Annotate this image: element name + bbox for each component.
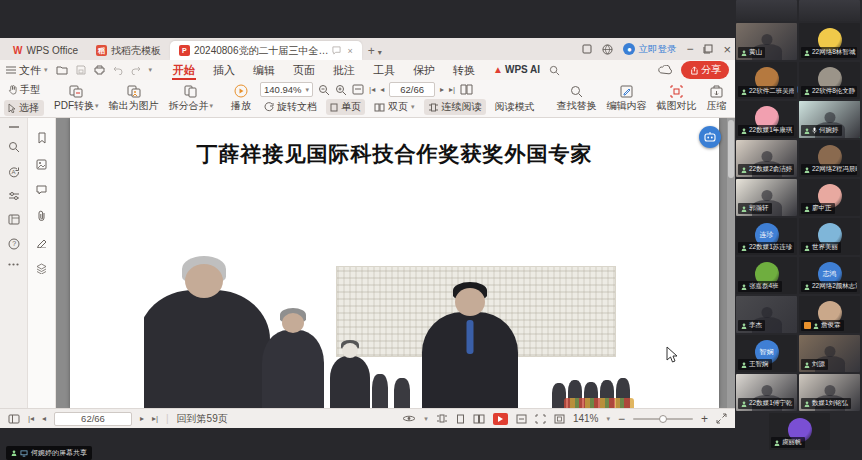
participant-tile[interactable]: 22数媒1年康琪 <box>736 101 797 138</box>
continuous-read-button[interactable]: 连续阅读 <box>424 99 486 115</box>
rotate-doc-button[interactable]: 旋转文档 <box>260 99 321 115</box>
menu-tab-home[interactable]: 开始 <box>164 60 204 80</box>
zoom-percent[interactable]: 141% <box>573 413 599 424</box>
menu-tab-protect[interactable]: 保护 <box>404 60 444 80</box>
globe-icon[interactable] <box>602 44 613 55</box>
fit-page-icon[interactable] <box>535 414 546 424</box>
book-view-icon[interactable] <box>460 84 473 95</box>
participant-tile[interactable]: 虞丽帆 <box>769 413 830 450</box>
double-page-icon[interactable] <box>473 414 485 424</box>
next-page-icon[interactable]: ▸ <box>440 85 444 94</box>
last-page-icon[interactable]: ▸| <box>152 414 158 423</box>
tab-list-chevron-icon[interactable]: ▾ <box>378 48 382 57</box>
settings-sliders-icon[interactable] <box>8 191 20 201</box>
collapse-panel-icon[interactable] <box>9 126 19 128</box>
participant-tile[interactable]: 李杰 <box>736 296 797 333</box>
participant-tile[interactable]: 詹俊霖 <box>799 296 860 333</box>
search-doc-icon[interactable] <box>8 141 20 153</box>
save-icon[interactable] <box>76 65 86 75</box>
assistant-fab-button[interactable] <box>699 126 721 148</box>
fullscreen-icon[interactable] <box>716 413 727 424</box>
zoom-input[interactable]: 140.94%▾ <box>260 82 313 97</box>
toggle-sidebar-icon[interactable] <box>8 414 20 424</box>
prev-page-icon[interactable]: ◂ <box>380 85 384 94</box>
pdf-convert-button[interactable]: PDF转换▾ <box>49 84 104 114</box>
tab-close-icon[interactable]: × <box>347 46 352 56</box>
continuous-read-icon[interactable] <box>436 414 448 423</box>
participant-tile[interactable]: 张嘉磊4班 <box>736 257 797 294</box>
page-number-input[interactable]: 62/66 <box>54 412 132 426</box>
eye-view-icon[interactable] <box>402 414 416 423</box>
zoom-out-button[interactable]: − <box>618 412 625 426</box>
minimize-icon[interactable]: − <box>686 43 693 55</box>
play-button[interactable]: 播放 <box>226 83 256 114</box>
tab-document[interactable]: P 20240806党的二十届三中全… × <box>170 41 362 60</box>
prev-page-icon[interactable]: ◂ <box>42 414 46 423</box>
last-page-icon[interactable]: ▸| <box>449 85 455 94</box>
participant-tile[interactable]: 黄山 <box>736 23 797 60</box>
maximize-icon[interactable] <box>703 44 713 54</box>
next-page-icon[interactable]: ▸ <box>140 414 144 423</box>
participant-tile[interactable]: 22数媒1傅宁乾 <box>736 374 797 411</box>
participant-tile[interactable]: 连珍22数媒1苏连珍 <box>736 218 797 255</box>
participant-tile[interactable]: 22软件8伦文静 <box>799 62 860 99</box>
participant-tile[interactable]: 何婉婷 <box>799 101 860 138</box>
zoom-out-icon[interactable] <box>318 84 330 96</box>
split-merge-button[interactable]: 拆分合并▾ <box>164 84 219 114</box>
fit-page-icon[interactable] <box>352 84 364 95</box>
file-menu[interactable]: 文件 ▾ <box>6 63 48 78</box>
compress-button[interactable]: 压缩 <box>702 84 732 114</box>
screenshot-compare-button[interactable]: 截图对比 <box>652 84 702 114</box>
page-layout-icon[interactable] <box>8 214 20 225</box>
thumbnail-icon[interactable] <box>36 159 47 170</box>
hand-tool-button[interactable]: 手型 <box>4 82 44 98</box>
single-page-button[interactable]: 单页 <box>326 99 365 115</box>
more-icon[interactable] <box>8 263 19 266</box>
participant-tile[interactable]: 志鸿22网络2颜林志鸿 <box>799 257 860 294</box>
pen-annotate-icon[interactable] <box>36 237 47 248</box>
new-tab-button[interactable]: + <box>368 44 375 58</box>
close-window-icon[interactable]: × <box>723 43 731 56</box>
screen-share-banner[interactable]: 何婉婷的屏幕共享 <box>6 446 92 460</box>
menu-tab-insert[interactable]: 插入 <box>204 60 244 80</box>
translate-icon[interactable]: A <box>8 166 20 178</box>
bookmark-icon[interactable] <box>37 132 47 144</box>
share-button[interactable]: 分享 <box>681 61 729 79</box>
back-to-page-link[interactable]: 回到第59页 <box>177 412 228 426</box>
chevron-down-icon[interactable]: ▾ <box>424 415 428 423</box>
chevron-down-icon[interactable]: ▾ <box>149 66 153 74</box>
play-slideshow-button[interactable] <box>493 413 508 425</box>
zoom-in-icon[interactable] <box>335 84 347 96</box>
menu-tab-page[interactable]: 页面 <box>284 60 324 80</box>
fit-width-icon[interactable] <box>516 414 527 424</box>
zoom-in-button[interactable]: + <box>701 412 708 426</box>
first-page-icon[interactable]: |◂ <box>28 414 34 423</box>
fit-screen-icon[interactable] <box>554 414 565 424</box>
chevron-down-icon[interactable]: ▾ <box>606 415 610 423</box>
participant-tile[interactable]: 智娴王智娴 <box>736 335 797 372</box>
participant-tile[interactable]: 22网络2程冯晨曦 <box>799 140 860 177</box>
cloud-sync-icon[interactable] <box>658 65 672 75</box>
menu-tab-wps-ai[interactable]: ▲WPS AI <box>484 60 549 80</box>
participant-tile[interactable]: 22软件二班吴雨晨 <box>736 62 797 99</box>
read-mode-button[interactable]: 阅读模式 <box>491 99 539 115</box>
participant-tile[interactable]: 世界美丽 <box>799 218 860 255</box>
participant-tile[interactable]: 22网络8林智城 <box>799 23 860 60</box>
tab-docer-templates[interactable]: 稻 找稻壳模板 <box>87 41 170 60</box>
attachment-icon[interactable] <box>37 210 47 222</box>
participant-tile[interactable]: 郭瀚轩 <box>736 179 797 216</box>
tab-wps-home[interactable]: W WPS Office <box>4 41 87 60</box>
menu-tab-tools[interactable]: 工具 <box>364 60 404 80</box>
double-page-button[interactable]: 双页▾ <box>370 99 419 115</box>
menu-tab-edit[interactable]: 编辑 <box>244 60 284 80</box>
participant-tile[interactable]: 廖中正 <box>799 179 860 216</box>
layers-icon[interactable] <box>36 263 47 274</box>
participant-tile-partial[interactable] <box>799 0 860 21</box>
select-tool-button[interactable]: 选择 <box>4 100 44 116</box>
redo-icon[interactable] <box>131 66 141 75</box>
tab-comment-icon[interactable] <box>332 46 341 55</box>
login-button[interactable]: ● 立即登录 <box>623 43 676 56</box>
workspace-icon[interactable] <box>582 44 592 54</box>
open-folder-icon[interactable] <box>56 65 68 75</box>
participant-tile-partial[interactable] <box>736 0 797 21</box>
